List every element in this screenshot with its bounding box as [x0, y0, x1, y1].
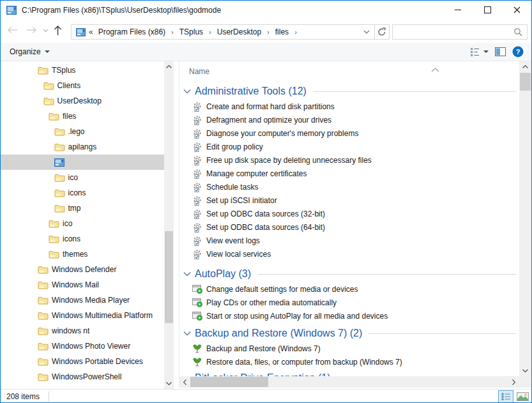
list-item-backup-and-restore-windows-7[interactable]: Backup and Restore (Windows 7)	[179, 342, 519, 355]
chevron-down-icon[interactable]	[183, 331, 191, 336]
tree-item-lego[interactable]: .lego	[1, 124, 164, 139]
scrollbar-thumb[interactable]	[190, 377, 268, 387]
refresh-button[interactable]	[374, 24, 390, 40]
list-item-diagnose-your-computer-s-memory-problems[interactable]: Diagnose your computer's memory problems	[179, 126, 519, 140]
list-item-set-up-iscsi-initiator[interactable]: Set up iSCSI initiator	[179, 194, 519, 207]
maximize-button[interactable]	[473, 1, 502, 19]
tree-item-ico[interactable]: ico	[1, 216, 164, 231]
tree-item-files[interactable]: files	[1, 109, 164, 124]
help-button[interactable]: ?	[512, 46, 524, 57]
list-item-set-up-odbc-data-sources-32-bit[interactable]: Set up ODBC data sources (32-bit)	[179, 207, 519, 220]
tree-item-windowspowershell[interactable]: WindowsPowerShell	[1, 369, 164, 384]
tree-item-windows-nt[interactable]: windows nt	[1, 323, 164, 338]
autoplay-icon	[192, 298, 202, 307]
scroll-up-icon[interactable]	[164, 61, 174, 72]
breadcrumb: Program Files (x86)›TSplus›UserDesktop›f…	[97, 27, 301, 36]
tree-item-tsplus[interactable]: TSplus	[1, 63, 164, 78]
tree-item-windows-photo-viewer[interactable]: Windows Photo Viewer	[1, 338, 164, 354]
column-header-name[interactable]: Name	[179, 65, 519, 78]
tree-item-apilangs[interactable]: apilangs	[1, 139, 164, 155]
scrollbar-thumb[interactable]	[520, 73, 531, 91]
breadcrumb-overflow[interactable]: «	[89, 27, 93, 36]
scrollbar-thumb[interactable]	[165, 231, 173, 323]
list-item-start-or-stop-using-autoplay-for-all-media-and-devices[interactable]: Start or stop using AutoPlay for all med…	[179, 309, 519, 323]
breadcrumb-item-files[interactable]: files	[274, 27, 290, 36]
address-bar[interactable]: « Program Files (x86)›TSplus›UserDesktop…	[71, 24, 375, 40]
group-header[interactable]: Administrative Tools (12)	[179, 83, 519, 100]
tree-item-clients[interactable]: Clients	[1, 78, 164, 93]
tree-item-windows-media-player[interactable]: Windows Media Player	[1, 293, 164, 308]
group-header[interactable]: BitLocker Drive Encryption (1)	[179, 370, 519, 376]
status-bar: 208 items	[1, 389, 531, 403]
list-item-free-up-disk-space-by-deleting-unnecessary-files[interactable]: Free up disk space by deleting unnecessa…	[179, 153, 519, 167]
list-item-create-and-format-hard-disk-partitions[interactable]: Create and format hard disk partitions	[179, 100, 519, 113]
tree-item-ico[interactable]: ico	[1, 170, 164, 185]
list-vertical-scrollbar[interactable]	[519, 61, 531, 376]
close-button[interactable]	[502, 1, 531, 19]
recent-locations-button[interactable]	[43, 29, 49, 33]
breadcrumb-separator-icon[interactable]: ›	[209, 28, 211, 36]
folder-icon	[38, 357, 49, 366]
scroll-down-icon[interactable]	[519, 365, 531, 376]
tree-item-windows-defender[interactable]: Windows Defender	[1, 262, 164, 277]
tree-item-icons[interactable]: icons	[1, 185, 164, 201]
chevron-down-icon[interactable]	[183, 271, 191, 277]
breadcrumb-item-tsplus[interactable]: TSplus	[178, 27, 204, 36]
minimize-button[interactable]	[443, 1, 473, 19]
list-item-set-up-odbc-data-sources-64-bit[interactable]: Set up ODBC data sources (64-bit)	[179, 220, 519, 234]
list-item-defragment-and-optimize-your-drives[interactable]: Defragment and optimize your drives	[179, 113, 519, 126]
sort-ascending-icon	[431, 63, 439, 76]
list-item-play-cds-or-other-media-automatically[interactable]: Play CDs or other media automatically	[179, 296, 519, 309]
details-view-toggle[interactable]	[498, 390, 513, 403]
tree-item-windows-multimedia-platform[interactable]: Windows Multimedia Platform	[1, 308, 164, 323]
tree-item-godmode[interactable]	[1, 155, 164, 170]
details-view-icon	[470, 47, 481, 57]
details-view-icon	[501, 393, 511, 400]
breadcrumb-separator-icon[interactable]: ›	[171, 28, 174, 36]
address-dropdown-button[interactable]	[363, 30, 370, 34]
preview-pane-button[interactable]	[495, 47, 506, 56]
list-item-schedule-tasks[interactable]: Schedule tasks	[179, 180, 519, 194]
list-item-view-local-services[interactable]: View local services	[179, 247, 519, 261]
admin-icon	[192, 236, 202, 246]
list-item-manage-computer-certificates[interactable]: Manage computer certificates	[179, 167, 519, 180]
organize-button[interactable]: Organize	[10, 47, 50, 56]
breadcrumb-separator-icon[interactable]: ›	[267, 28, 270, 36]
scroll-up-icon[interactable]	[519, 61, 531, 72]
chevron-down-icon[interactable]	[183, 89, 191, 94]
list-item-view-event-logs[interactable]: View event logs	[179, 234, 519, 247]
folder-icon	[38, 66, 49, 75]
tree-item-windows-mail[interactable]: Windows Mail	[1, 277, 164, 293]
tree-item-tmp[interactable]: tmp	[1, 201, 164, 216]
scroll-right-icon[interactable]	[508, 376, 519, 388]
change-view-button[interactable]	[470, 47, 489, 57]
breadcrumb-separator-icon[interactable]: ›	[294, 28, 297, 36]
list-item-label: Free up disk space by deleting unnecessa…	[206, 156, 372, 165]
list-horizontal-scrollbar[interactable]	[179, 376, 519, 388]
forward-button[interactable]	[26, 26, 37, 34]
search-input[interactable]	[393, 27, 513, 36]
group-header[interactable]: Backup and Restore (Windows 7) (2)	[179, 325, 519, 342]
search-box[interactable]	[392, 24, 528, 40]
tree-item-label: Windows Defender	[52, 265, 116, 274]
folder-icon	[38, 280, 49, 289]
tree-item-windows-portable-devices[interactable]: Windows Portable Devices	[1, 354, 164, 369]
back-button[interactable]	[7, 26, 18, 34]
scroll-down-icon[interactable]	[164, 378, 174, 389]
list-item-restore-data-files-or-computer-from-backup-windows-7[interactable]: Restore data, files, or computer from ba…	[179, 355, 519, 369]
breadcrumb-item-userdesktop[interactable]: UserDesktop	[216, 27, 262, 36]
tree-item-userdesktop[interactable]: UserDesktop	[1, 93, 164, 109]
scroll-left-icon[interactable]	[179, 376, 190, 388]
group-header[interactable]: AutoPlay (3)	[179, 266, 519, 282]
folder-icon	[54, 127, 65, 136]
up-button[interactable]	[54, 25, 62, 36]
tree-item-themes[interactable]: themes	[1, 247, 164, 262]
list-item-edit-group-policy[interactable]: Edit group policy	[179, 140, 519, 153]
tree-item-icons[interactable]: icons	[1, 231, 164, 247]
thumbnail-view-toggle[interactable]	[515, 390, 530, 403]
breadcrumb-item-program-files-x86[interactable]: Program Files (x86)	[97, 27, 167, 36]
tree-scrollbar[interactable]	[164, 61, 174, 389]
search-icon[interactable]	[513, 27, 522, 36]
list-item-label: Manage computer certificates	[206, 169, 307, 178]
list-item-change-default-settings-for-media-or-devices[interactable]: Change default settings for media or dev…	[179, 282, 519, 296]
